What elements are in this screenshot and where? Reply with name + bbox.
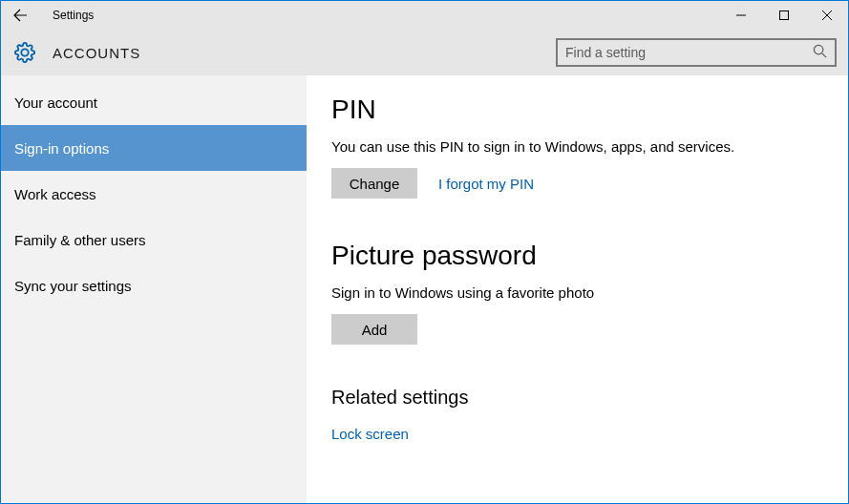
sidebar-item-label: Your account xyxy=(14,94,97,111)
minimize-button[interactable] xyxy=(719,1,762,30)
lock-screen-link[interactable]: Lock screen xyxy=(331,426,409,442)
picture-actions: Add xyxy=(331,314,823,345)
svg-line-3 xyxy=(822,52,826,56)
svg-rect-1 xyxy=(779,11,788,20)
sidebar-item-sync-your-settings[interactable]: Sync your settings xyxy=(1,262,307,308)
sidebar-item-sign-in-options[interactable]: Sign-in options xyxy=(1,125,307,171)
change-pin-button[interactable]: Change xyxy=(331,168,417,199)
pin-actions: Change I forgot my PIN xyxy=(331,168,823,199)
sidebar: Your account Sign-in options Work access… xyxy=(1,75,307,503)
maximize-icon xyxy=(779,10,789,20)
body: Your account Sign-in options Work access… xyxy=(1,75,848,503)
titlebar: Settings xyxy=(1,1,848,30)
window-controls xyxy=(719,1,848,30)
page-title: ACCOUNTS xyxy=(53,45,140,61)
svg-point-2 xyxy=(814,45,822,53)
sidebar-item-family-other-users[interactable]: Family & other users xyxy=(1,217,307,262)
search-input[interactable] xyxy=(565,45,813,60)
close-icon xyxy=(822,10,832,20)
sidebar-item-label: Work access xyxy=(14,186,96,202)
search-icon xyxy=(813,44,827,62)
header: ACCOUNTS xyxy=(1,30,848,75)
sidebar-item-label: Family & other users xyxy=(14,232,146,248)
arrow-left-icon xyxy=(12,8,28,23)
add-picture-password-button[interactable]: Add xyxy=(331,314,417,345)
pin-description: You can use this PIN to sign in to Windo… xyxy=(331,138,823,155)
picture-password-heading: Picture password xyxy=(331,241,823,271)
picture-password-description: Sign in to Windows using a favorite phot… xyxy=(331,284,823,301)
maximize-button[interactable] xyxy=(762,1,805,30)
minimize-icon xyxy=(736,10,746,20)
sidebar-item-work-access[interactable]: Work access xyxy=(1,171,307,217)
sidebar-item-label: Sync your settings xyxy=(14,278,132,294)
close-button[interactable] xyxy=(805,1,848,30)
related-settings-heading: Related settings xyxy=(331,387,823,409)
gear-icon xyxy=(14,42,35,63)
pin-heading: PIN xyxy=(331,94,823,125)
content: PIN You can use this PIN to sign in to W… xyxy=(307,75,848,503)
window-title: Settings xyxy=(53,9,94,22)
sidebar-item-your-account[interactable]: Your account xyxy=(1,79,307,125)
forgot-pin-link[interactable]: I forgot my PIN xyxy=(438,176,534,192)
back-button[interactable] xyxy=(1,1,39,30)
search-box[interactable] xyxy=(556,38,837,67)
sidebar-item-label: Sign-in options xyxy=(14,140,109,157)
